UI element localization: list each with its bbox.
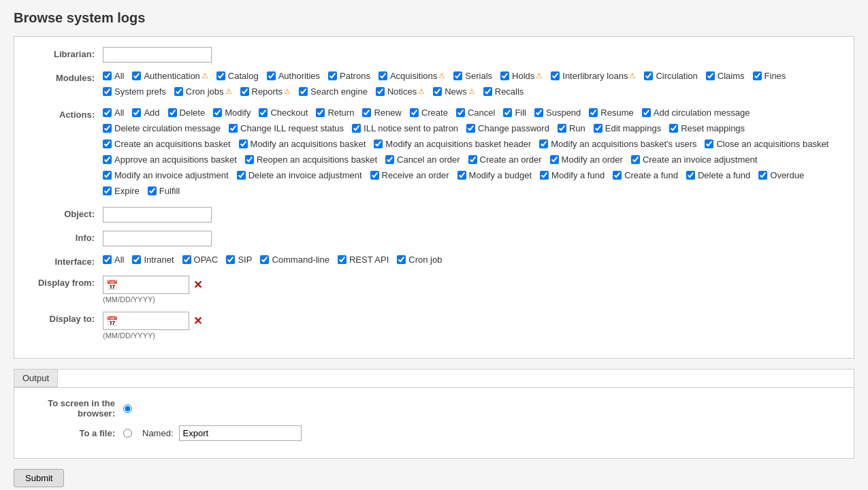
info-label: Info:	[28, 231, 103, 243]
action-fill[interactable]: Fill	[503, 108, 526, 118]
module-reports[interactable]: Reports⚠	[240, 86, 291, 97]
action-reopen-acquisitions-basket[interactable]: Reopen an acquisitions basket	[245, 154, 377, 165]
object-input[interactable]	[103, 207, 212, 223]
warn-icon-notices: ⚠	[418, 87, 425, 96]
action-resume[interactable]: Resume	[589, 108, 633, 118]
clear-to-button[interactable]: ✕	[193, 314, 202, 327]
display-to-input[interactable]	[118, 314, 186, 328]
to-screen-radio-label[interactable]	[123, 404, 135, 413]
to-screen-radio[interactable]	[123, 404, 132, 413]
action-create-invoice-adjustment[interactable]: Create an invoice adjustment	[631, 154, 757, 165]
action-modify-order[interactable]: Modify an order	[550, 154, 623, 165]
module-search-engine[interactable]: Search engine	[299, 86, 368, 97]
to-file-radio-label[interactable]	[123, 429, 135, 438]
action-add[interactable]: Add	[132, 108, 159, 118]
warn-icon-reports: ⚠	[284, 87, 291, 96]
info-input[interactable]	[103, 231, 212, 246]
submit-button[interactable]: Submit	[14, 469, 64, 487]
module-circulation[interactable]: Circulation	[644, 71, 697, 81]
action-reset-mappings[interactable]: Reset mappings	[669, 123, 745, 133]
calendar-icon-from: 📅	[106, 280, 118, 291]
module-serials[interactable]: Serials	[453, 71, 492, 81]
interface-all[interactable]: All	[103, 255, 124, 265]
action-create-fund[interactable]: Create a fund	[613, 170, 678, 180]
module-fines[interactable]: Fines	[753, 71, 786, 81]
export-name-input[interactable]	[179, 425, 302, 441]
output-section: Output To screen in the browser: To a fi…	[14, 369, 854, 459]
action-add-circulation-message[interactable]: Add circulation message	[642, 108, 750, 118]
action-modify-acquisitions-basket-header[interactable]: Modify an acquisitions basket header	[374, 139, 531, 149]
action-checkout[interactable]: Checkout	[259, 108, 308, 118]
action-suspend[interactable]: Suspend	[534, 108, 581, 118]
warn-icon-cron: ⚠	[225, 87, 232, 96]
module-catalog[interactable]: Catalog	[216, 71, 259, 81]
action-modify-budget[interactable]: Modify a budget	[457, 170, 532, 180]
display-from-label: Display from:	[28, 276, 103, 288]
action-modify-fund[interactable]: Modify a fund	[540, 170, 605, 180]
action-delete-circulation-message[interactable]: Delete circulation message	[103, 123, 221, 133]
action-delete-fund[interactable]: Delete a fund	[686, 170, 750, 180]
librarian-input[interactable]	[103, 47, 212, 63]
interface-sip[interactable]: SIP	[226, 255, 252, 265]
calendar-icon-to: 📅	[106, 316, 118, 327]
interface-rest-api[interactable]: REST API	[338, 255, 389, 265]
action-create-acquisitions-basket[interactable]: Create an acquisitions basket	[103, 139, 231, 149]
action-modify-acquisitions-basket-users[interactable]: Modify an acquisitions basket's users	[539, 139, 696, 149]
action-expire[interactable]: Expire	[103, 186, 140, 196]
module-recalls[interactable]: Recalls	[483, 86, 524, 97]
action-create-order[interactable]: Create an order	[468, 154, 542, 165]
module-holds[interactable]: Holds⚠	[500, 71, 543, 81]
module-notices[interactable]: Notices⚠	[376, 86, 425, 97]
named-wrap: Named:	[142, 425, 302, 441]
action-run[interactable]: Run	[558, 123, 585, 133]
action-create[interactable]: Create	[410, 108, 448, 118]
module-authentication[interactable]: Authentication⚠	[132, 71, 208, 81]
module-claims[interactable]: Claims	[706, 71, 745, 81]
action-modify-invoice-adjustment[interactable]: Modify an invoice adjustment	[103, 170, 229, 180]
warn-icon-news: ⚠	[468, 87, 475, 96]
interface-cron-job[interactable]: Cron job	[397, 255, 442, 265]
action-ill-notice[interactable]: ILL notice sent to patron	[352, 123, 458, 133]
action-delete[interactable]: Delete	[168, 108, 206, 118]
interface-intranet[interactable]: Intranet	[132, 255, 174, 265]
interface-opac[interactable]: OPAC	[182, 255, 219, 265]
action-edit-mappings[interactable]: Edit mappings	[594, 123, 661, 133]
action-modify[interactable]: Modify	[213, 108, 251, 118]
action-modify-acquisitions-basket[interactable]: Modify an acquisitions basket	[239, 139, 366, 149]
module-interlibrary-loans[interactable]: Interlibrary loans⚠	[551, 71, 636, 81]
action-change-ill-request-status[interactable]: Change ILL request status	[229, 123, 344, 133]
action-renew[interactable]: Renew	[362, 108, 401, 118]
warn-icon-holds: ⚠	[536, 71, 543, 80]
librarian-content	[103, 47, 840, 63]
module-cron-jobs[interactable]: Cron jobs⚠	[174, 86, 232, 97]
module-all[interactable]: All	[103, 71, 124, 81]
display-from-input[interactable]	[118, 278, 186, 292]
display-from-wrap: 📅 ✕	[103, 276, 840, 294]
action-return[interactable]: Return	[316, 108, 354, 118]
action-cancel[interactable]: Cancel	[456, 108, 495, 118]
action-change-password[interactable]: Change password	[466, 123, 549, 133]
warn-icon: ⚠	[202, 71, 208, 80]
action-delete-invoice-adjustment[interactable]: Delete an invoice adjustment	[237, 170, 362, 180]
module-system-prefs[interactable]: System prefs	[103, 86, 166, 97]
clear-from-button[interactable]: ✕	[193, 278, 202, 291]
interface-label: Interface:	[28, 255, 103, 267]
display-from-content: 📅 ✕ (MM/DD/YYYY)	[103, 276, 840, 304]
module-authorities[interactable]: Authorities	[267, 71, 320, 81]
action-receive-order[interactable]: Receive an order	[370, 170, 449, 180]
to-file-radio[interactable]	[123, 429, 132, 438]
named-label: Named:	[142, 428, 174, 438]
page-title: Browse system logs	[14, 10, 854, 26]
module-patrons[interactable]: Patrons	[328, 71, 370, 81]
interface-command-line[interactable]: Command-line	[260, 255, 329, 265]
display-from-hint: (MM/DD/YYYY)	[103, 295, 840, 304]
action-approve-acquisitions-basket[interactable]: Approve an acquisitions basket	[103, 154, 237, 165]
action-all[interactable]: All	[103, 108, 124, 118]
action-overdue[interactable]: Overdue	[758, 170, 804, 180]
action-cancel-order[interactable]: Cancel an order	[385, 154, 460, 165]
module-news[interactable]: News⚠	[433, 86, 475, 97]
librarian-row: Librarian:	[28, 47, 840, 63]
module-acquisitions[interactable]: Acquisitions⚠	[379, 71, 445, 81]
action-fulfill[interactable]: Fulfill	[148, 186, 180, 196]
action-close-acquisitions-basket[interactable]: Close an acquisitions basket	[705, 139, 829, 149]
